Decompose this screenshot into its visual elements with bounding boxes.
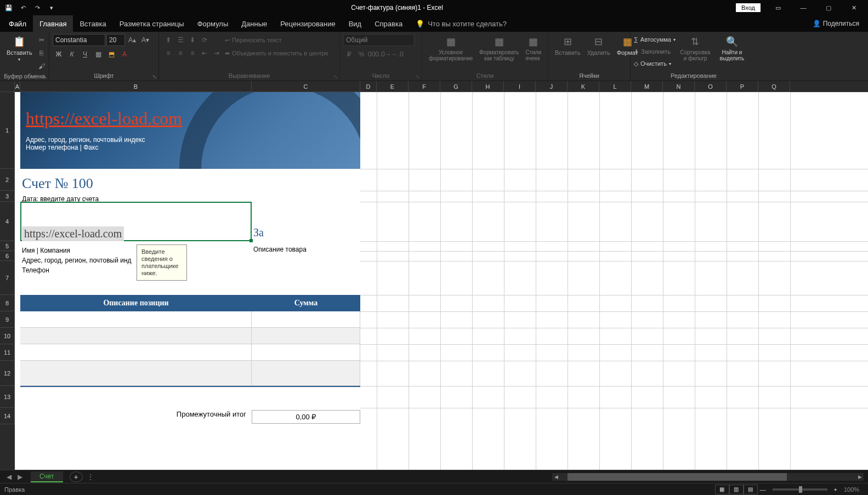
minimize-icon[interactable]: — [791,0,815,15]
add-sheet-button[interactable]: + [70,471,83,482]
conditional-formatting-button[interactable]: ▦ Условное форматирование [426,34,476,62]
table-row[interactable] [20,344,360,361]
scroll-left-icon[interactable]: ◀ [552,473,560,481]
cells-area[interactable]: https://excel-load.com Адрес, город, рег… [15,92,868,470]
view-page-layout-icon[interactable]: ▥ [729,485,744,494]
row-header-8[interactable]: 8 [0,295,15,311]
row-header-9[interactable]: 9 [0,311,15,328]
hscroll-thumb[interactable] [568,473,787,481]
tab-insert[interactable]: Вставка [73,15,112,32]
zoom-out-button[interactable]: — [758,486,768,493]
row-header-2[interactable]: 2 [0,169,15,191]
fill-button[interactable]: ⬇ Заполнить [634,46,676,57]
alignment-launcher-icon[interactable]: ⤡ [333,74,338,79]
number-format-select[interactable] [343,34,415,46]
col-header-e[interactable]: E [377,81,409,92]
font-name-select[interactable] [53,34,105,46]
close-icon[interactable]: ✕ [842,0,866,15]
insert-cells-button[interactable]: ⊞ Вставить [552,34,584,57]
tab-formulas[interactable]: Формулы [191,15,235,32]
col-header-h[interactable]: H [472,81,504,92]
align-top-icon[interactable]: ⬆ [162,34,174,46]
align-right-icon[interactable]: ≡ [186,47,198,59]
view-page-break-icon[interactable]: ▤ [744,485,758,494]
zoom-percent[interactable]: 100% [839,486,864,493]
zoom-in-button[interactable]: + [832,486,839,493]
row-header-10[interactable]: 10 [0,328,15,344]
table-row[interactable] [20,311,360,328]
format-painter-icon[interactable]: 🖌 [36,60,48,72]
undo-icon[interactable]: ↶ [16,1,30,14]
align-center-icon[interactable]: ≡ [174,47,186,59]
underline-icon[interactable]: Ч [79,48,91,60]
fill-color-icon[interactable]: ⬒ [105,48,117,60]
row-header-14[interactable]: 14 [0,408,15,424]
tab-view[interactable]: Вид [342,15,368,32]
tab-file[interactable]: Файл [2,15,33,32]
font-color-icon[interactable]: A [118,48,131,60]
currency-icon[interactable]: ₽ [343,48,355,60]
col-header-j[interactable]: J [536,81,568,92]
align-bottom-icon[interactable]: ⬇ [186,34,198,46]
orientation-icon[interactable]: ⟳ [198,34,211,46]
sort-filter-button[interactable]: ⇅ Сортировка и фильтр [676,34,715,62]
percent-icon[interactable]: % [355,48,367,60]
tab-home[interactable]: Главная [33,15,73,32]
borders-icon[interactable]: ▦ [92,48,104,60]
row-header-3[interactable]: 3 [0,191,15,202]
ribbon-display-icon[interactable]: ▭ [766,0,790,15]
number-launcher-icon[interactable]: ⤡ [416,74,420,79]
tell-me-search[interactable]: 💡 Что вы хотите сделать? [409,15,513,32]
align-left-icon[interactable]: ≡ [162,47,174,59]
select-all-corner[interactable] [0,81,15,92]
login-button[interactable]: Вход [736,3,761,12]
col-header-f[interactable]: F [409,81,440,92]
col-header-q[interactable]: Q [758,81,790,92]
table-row[interactable] [20,361,360,386]
redo-icon[interactable]: ↷ [31,1,44,14]
decrease-decimal-icon[interactable]: ←.0 [392,48,404,60]
bold-icon[interactable]: Ж [53,48,65,60]
wrap-text-button[interactable]: ↩ Переносить текст [225,34,328,46]
clear-button[interactable]: ◇ Очистить ▾ [634,58,676,69]
sheet-prev-icon[interactable]: ◀ [4,473,13,481]
col-header-k[interactable]: K [568,81,599,92]
row-header-1[interactable]: 1 [0,92,15,169]
col-header-a[interactable]: A [15,81,20,92]
tab-help[interactable]: Справка [368,15,409,32]
row-header-13[interactable]: 13 [0,386,15,408]
paste-button[interactable]: 📋 Вставить ▾ [3,34,36,63]
col-header-n[interactable]: N [663,81,695,92]
tab-page-layout[interactable]: Разметка страницы [113,15,191,32]
sheet-tab-active[interactable]: Счет [31,471,63,482]
cut-icon[interactable]: ✂ [36,34,48,46]
sheet-next-icon[interactable]: ▶ [15,473,24,481]
table-row[interactable] [20,328,360,344]
tab-review[interactable]: Рецензирование [274,15,342,32]
decrease-font-icon[interactable]: A▾ [139,34,151,46]
autosum-button[interactable]: ∑ Автосумма ▾ [634,34,676,45]
col-header-p[interactable]: P [727,81,758,92]
col-header-b[interactable]: B [20,81,252,92]
share-button[interactable]: 👤 Поделиться [804,15,868,32]
increase-decimal-icon[interactable]: .0→ [379,48,392,60]
row-header-6[interactable]: 6 [0,251,15,261]
row-header-11[interactable]: 11 [0,344,15,361]
row-header-12[interactable]: 12 [0,361,15,386]
col-header-d[interactable]: D [360,81,377,92]
delete-cells-button[interactable]: ⊟ Удалить [584,34,614,57]
increase-font-icon[interactable]: A▴ [126,34,138,46]
scroll-right-icon[interactable]: ▶ [856,473,864,481]
indent-increase-icon[interactable]: ⇥ [211,47,223,59]
copy-icon[interactable]: ⎘ [36,47,48,59]
hscroll-track[interactable] [560,473,856,481]
indent-decrease-icon[interactable]: ⇤ [198,47,211,59]
maximize-icon[interactable]: ▢ [816,0,841,15]
col-header-m[interactable]: M [631,81,663,92]
col-header-g[interactable]: G [440,81,472,92]
col-header-c[interactable]: C [252,81,360,92]
find-select-button[interactable]: 🔍 Найти и выделить [715,34,749,62]
italic-icon[interactable]: К [66,48,78,60]
cell-styles-button[interactable]: ▦ Стили ячеек [523,34,545,62]
zoom-slider[interactable] [773,488,827,491]
